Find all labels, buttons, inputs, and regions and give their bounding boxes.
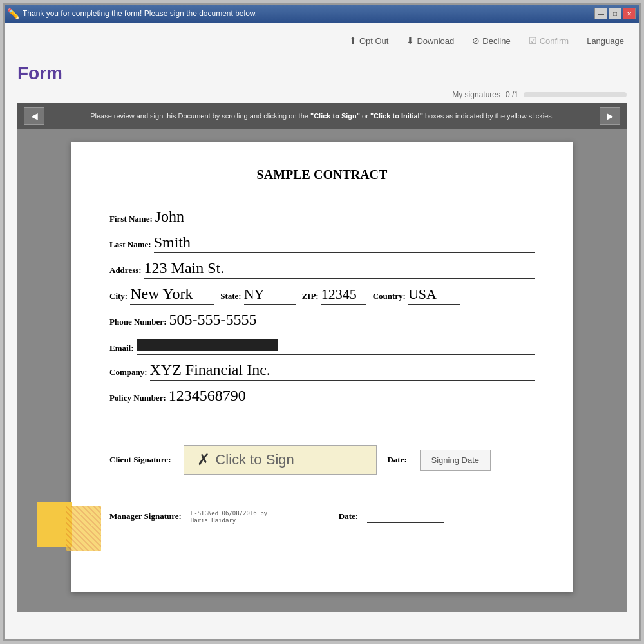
maximize-button[interactable]: □ — [609, 8, 621, 19]
download-icon: ⬇ — [406, 35, 414, 46]
signing-date-button[interactable]: Signing Date — [420, 450, 491, 471]
signature-progress: My signatures 0 /1 — [17, 90, 627, 99]
opt-out-icon: ⬆ — [349, 35, 357, 46]
city-value: New York — [130, 285, 214, 305]
app-icon: ✏️ — [8, 8, 19, 19]
city-label: City: — [109, 291, 128, 301]
signatures-label: My signatures — [452, 90, 500, 99]
first-name-value: John — [155, 208, 535, 227]
company-value: XYZ Financial Inc. — [150, 361, 535, 381]
nav-back-button[interactable]: ◀ — [24, 107, 44, 125]
state-value: NY — [244, 286, 296, 305]
application-window: ✏️ Thank you for completing the form! Pl… — [3, 3, 641, 641]
manager-sig-image: E-SIGNed 06/08/2016 by Haris Haidary — [191, 510, 267, 524]
title-bar-left: ✏️ Thank you for completing the form! Pl… — [8, 8, 257, 19]
zip-label: ZIP: — [302, 291, 319, 301]
company-label: Company: — [109, 367, 147, 377]
country-label: Country: — [373, 291, 406, 301]
policy-label: Policy Number: — [109, 393, 166, 403]
document-title: SAMPLE CONTRACT — [109, 167, 535, 182]
manager-date-label: Date: — [339, 511, 358, 522]
email-value — [137, 337, 535, 355]
manager-date-line — [367, 510, 444, 523]
client-sig-label: Client Signature: — [109, 455, 171, 465]
language-button[interactable]: Language — [584, 35, 627, 47]
email-label: Email: — [109, 343, 134, 354]
address-label: Address: — [109, 265, 142, 276]
phone-value: 505-555-5555 — [169, 311, 535, 330]
manager-sig-line: E-SIGNed 06/08/2016 by Haris Haidary — [191, 507, 332, 526]
app-content: ⬆ Opt Out ⬇ Download ⊘ Decline ☑ Confirm… — [5, 23, 639, 639]
form-row-policy: Policy Number: 1234568790 — [109, 387, 535, 406]
state-label: State: — [220, 291, 242, 301]
page-title: Form — [17, 63, 627, 84]
opt-out-button[interactable]: ⬆ Opt Out — [346, 34, 392, 47]
form-row-first-name: First Name: John — [109, 208, 535, 227]
toolbar: ⬆ Opt Out ⬇ Download ⊘ Decline ☑ Confirm… — [17, 29, 627, 55]
click-to-sign-button[interactable]: ✗ Click to Sign — [184, 445, 377, 475]
nav-forward-button[interactable]: ▶ — [600, 107, 620, 125]
window-title: Thank you for completing the form! Pleas… — [23, 9, 257, 18]
policy-value: 1234568790 — [169, 387, 535, 406]
last-name-value: Smith — [154, 234, 535, 253]
date-label: Date: — [387, 455, 406, 465]
form-row-company: Company: XYZ Financial Inc. — [109, 361, 535, 381]
manager-signature-section: Manager Signature: E-SIGNed 06/08/2016 b… — [109, 507, 535, 526]
client-signature-section: Client Signature: ✗ Click to Sign Date: … — [109, 445, 535, 475]
signatures-count: 0 /1 — [506, 90, 518, 99]
progress-bar-container — [524, 92, 627, 97]
download-button[interactable]: ⬇ Download — [404, 34, 457, 47]
form-row-phone: Phone Number: 505-555-5555 — [109, 311, 535, 330]
zip-value: 12345 — [321, 286, 366, 305]
window-controls: — □ ✕ — [594, 8, 636, 19]
last-name-label: Last Name: — [109, 240, 151, 250]
nav-instruction: Please review and sign this Document by … — [44, 112, 600, 120]
sticky-dots — [66, 506, 101, 551]
address-value: 123 Main St. — [144, 260, 535, 279]
minimize-button[interactable]: — — [594, 8, 607, 19]
first-name-label: First Name: — [109, 214, 153, 224]
form-row-last-name: Last Name: Smith — [109, 234, 535, 253]
document-viewer[interactable]: SAMPLE CONTRACT First Name: John Last Na… — [17, 129, 627, 612]
title-bar: ✏️ Thank you for completing the form! Pl… — [5, 5, 639, 23]
close-button[interactable]: ✕ — [623, 8, 636, 19]
confirm-button[interactable]: ☑ Confirm — [526, 34, 572, 47]
document-page: SAMPLE CONTRACT First Name: John Last Na… — [71, 142, 573, 592]
x-mark-icon: ✗ — [197, 451, 210, 469]
country-value: USA — [408, 286, 460, 305]
email-redacted — [137, 339, 278, 351]
decline-icon: ⊘ — [472, 35, 480, 46]
decline-button[interactable]: ⊘ Decline — [469, 34, 513, 47]
confirm-icon: ☑ — [529, 35, 537, 46]
click-to-sign-label: Click to Sign — [215, 451, 294, 468]
phone-label: Phone Number: — [109, 317, 166, 327]
document-nav-bar: ◀ Please review and sign this Document b… — [17, 103, 627, 129]
form-row-email: Email: — [109, 337, 535, 355]
sticky-note — [37, 502, 95, 554]
form-row-address: Address: 123 Main St. — [109, 260, 535, 279]
manager-sig-label: Manager Signature: — [109, 511, 182, 522]
form-row-city: City: New York State: NY ZIP: 12345 Coun… — [109, 285, 535, 305]
